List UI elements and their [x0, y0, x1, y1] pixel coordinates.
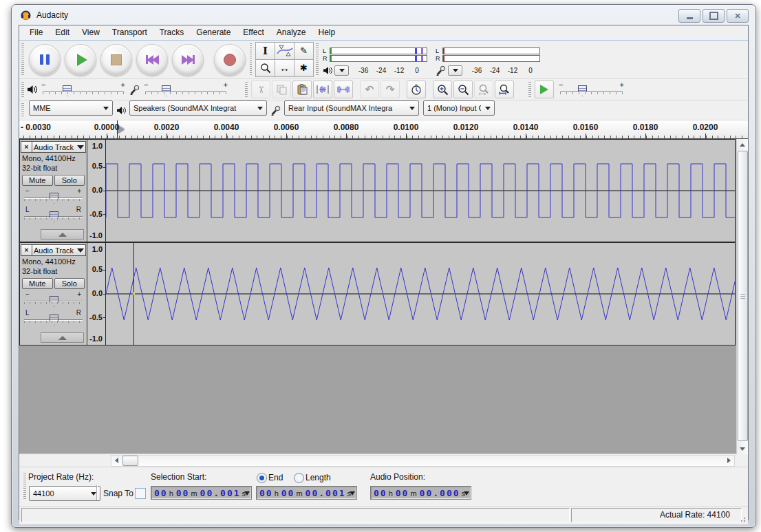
collapse-track-button[interactable] [41, 229, 84, 240]
slider-thumb[interactable] [63, 85, 72, 96]
menu-item-tracks[interactable]: Tracks [153, 25, 191, 40]
scroll-right-button[interactable] [724, 456, 734, 465]
recording-meter-dropdown-button[interactable] [448, 65, 462, 76]
slider-thumb[interactable] [50, 193, 58, 204]
playback-device-select[interactable]: Speakers (SoundMAX Integrat [129, 100, 267, 116]
slider-thumb[interactable] [578, 85, 587, 96]
selection-start-field[interactable]: 00h00m00.001s [151, 486, 252, 500]
track-menu-button[interactable]: Audio Track [32, 141, 86, 153]
recording-channels-select[interactable]: 1 (Mono) Input Ch [423, 100, 495, 116]
project-rate-select[interactable]: 44100 [29, 486, 100, 501]
solo-button[interactable]: Solo [54, 175, 85, 186]
play-at-speed-button[interactable] [535, 81, 554, 98]
mute-button[interactable]: Mute [22, 278, 53, 289]
scroll-left-button[interactable] [111, 456, 122, 465]
menu-item-transport[interactable]: Transport [106, 25, 153, 40]
toolbar-grip[interactable] [250, 43, 252, 76]
envelope-tool-button[interactable] [275, 42, 294, 60]
track-1-waveform[interactable] [106, 140, 735, 242]
toolbar-grip[interactable] [528, 82, 531, 97]
track-close-button[interactable]: × [21, 141, 32, 153]
slider-thumb[interactable] [50, 211, 58, 222]
length-radio[interactable] [294, 473, 304, 483]
fast-forward-button[interactable] [172, 44, 204, 76]
selection-tool-button[interactable]: I [255, 42, 275, 60]
playback-speed-slider[interactable]: − + [559, 82, 624, 97]
menu-item-effect[interactable]: Effect [237, 25, 270, 40]
end-radio-label[interactable]: End [268, 473, 283, 482]
trim-outside-selection-button[interactable] [313, 81, 332, 98]
undo-button[interactable]: ↶ [360, 81, 379, 98]
toolbar-grip[interactable] [245, 82, 248, 97]
silence-selection-button[interactable] [334, 81, 353, 98]
horizontal-scroll-thumb[interactable] [122, 456, 138, 466]
slider-thumb[interactable] [50, 296, 58, 307]
redo-button[interactable]: ↷ [380, 81, 400, 98]
record-button[interactable] [214, 44, 246, 76]
multi-tool-button[interactable]: ✱ [294, 59, 314, 77]
timeline-ruler[interactable]: - 0.00300.00000.00200.00400.00600.00800.… [19, 120, 748, 139]
menu-item-help[interactable]: Help [312, 25, 342, 40]
maximize-button[interactable] [703, 9, 725, 23]
toolbar-grip[interactable] [21, 43, 24, 76]
audio-host-select[interactable]: MME [29, 100, 113, 116]
track-menu-button[interactable]: Audio Track [32, 244, 86, 256]
slider-thumb[interactable] [162, 85, 171, 96]
minimize-button[interactable] [678, 9, 700, 23]
menu-item-file[interactable]: File [23, 25, 49, 40]
toolbar-grip[interactable] [21, 103, 24, 117]
recording-meter[interactable]: L R -36-24-120 [436, 43, 553, 76]
play-button[interactable] [65, 44, 96, 76]
paste-button[interactable] [292, 81, 312, 98]
length-radio-label[interactable]: Length [306, 473, 331, 482]
end-radio[interactable] [257, 473, 267, 483]
toolbar-grip[interactable] [23, 474, 26, 500]
copy-button[interactable] [272, 81, 291, 98]
scroll-down-button[interactable] [737, 443, 747, 454]
slider-thumb[interactable] [50, 315, 58, 326]
scroll-up-button[interactable] [737, 139, 747, 150]
pan-slider[interactable]: L R [24, 206, 83, 223]
close-button[interactable]: ✕ [727, 9, 749, 23]
cut-button[interactable]: ✂ [251, 81, 270, 98]
menu-item-edit[interactable]: Edit [49, 25, 76, 40]
snap-to-checkbox[interactable] [135, 488, 146, 499]
menu-item-generate[interactable]: Generate [190, 25, 237, 40]
fit-selection-button[interactable] [474, 81, 493, 98]
draw-tool-button[interactable]: ✎ [294, 42, 314, 60]
output-volume-slider[interactable]: − + [41, 82, 125, 97]
recording-device-select[interactable]: Rear Input (SoundMAX Integra [284, 100, 419, 116]
timeshift-tool-button[interactable]: ↔ [275, 59, 294, 77]
menu-item-analyze[interactable]: Analyze [270, 25, 312, 40]
collapse-track-button[interactable] [41, 332, 84, 343]
playback-meter[interactable]: L R -36-24-120 [323, 43, 431, 76]
menu-item-view[interactable]: View [76, 25, 106, 40]
pause-button[interactable] [29, 44, 61, 76]
vertical-scroll-thumb[interactable] [738, 151, 748, 441]
zoom-in-button[interactable] [433, 81, 452, 98]
track-2-vertical-ruler[interactable]: 1.00.50.0-0.5-1.0 [87, 243, 106, 345]
selection-end-field[interactable]: 00h00m00.001s [256, 486, 357, 500]
horizontal-scrollbar[interactable] [111, 455, 735, 467]
mute-button[interactable]: Mute [22, 175, 53, 186]
track-close-button[interactable]: × [21, 244, 32, 256]
track-1-vertical-ruler[interactable]: 1.00.50.0-0.5-1.0 [87, 140, 106, 242]
vertical-scrollbar[interactable] [736, 139, 748, 454]
input-volume-slider[interactable]: − + [144, 82, 228, 97]
toolbar-grip[interactable] [21, 82, 24, 97]
pan-slider[interactable]: L R [24, 310, 83, 326]
playback-meter-dropdown-button[interactable] [334, 65, 349, 76]
solo-button[interactable]: Solo [54, 278, 85, 289]
timer-record-button[interactable] [407, 81, 426, 98]
zoom-out-button[interactable] [453, 81, 473, 98]
track-2-waveform[interactable] [106, 243, 735, 345]
zoom-tool-button[interactable] [255, 59, 275, 77]
audio-position-field[interactable]: 00h00m00.000s [370, 486, 471, 500]
rewind-button[interactable] [136, 44, 168, 76]
fit-project-button[interactable] [495, 81, 514, 98]
gain-slider[interactable]: − + [24, 188, 83, 204]
stop-button[interactable] [100, 44, 132, 76]
title-bar[interactable]: Audacity ✕ [12, 5, 755, 25]
toolbar-grip[interactable] [316, 43, 319, 76]
gain-slider[interactable]: − + [24, 291, 83, 308]
